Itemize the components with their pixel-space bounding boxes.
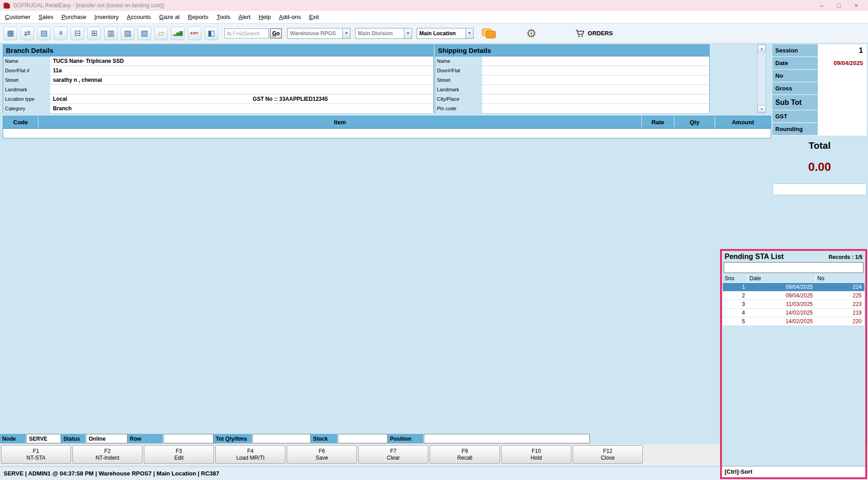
branch-field-category[interactable]: Branch: [50, 104, 433, 113]
total-value: 0.00: [773, 155, 867, 178]
menu-item-alert[interactable]: Alert: [234, 11, 255, 23]
branch-row-category: CategoryBranch: [3, 104, 433, 113]
pending-date-cell: 14/02/2025: [748, 309, 816, 317]
search-input[interactable]: [224, 28, 269, 38]
notebook-icon[interactable]: ▥: [104, 27, 118, 40]
go-button[interactable]: Go: [270, 28, 282, 38]
exit-icon[interactable]: EXIT: [188, 27, 201, 40]
summary-row-sub-tot: Sub Tot: [773, 95, 867, 110]
toolbar: ▦⇄▤‖‖⊟⊞▥▨▧▱▂▅▇EXIT◧ Go Warehouse RPOS▼Ma…: [0, 24, 868, 43]
pending-row-5[interactable]: 514/02/2025220: [723, 317, 864, 326]
pending-row-1[interactable]: 109/04/2025224: [723, 283, 864, 292]
pending-row-2[interactable]: 209/04/2025225: [723, 292, 864, 300]
status-tot-qty-input[interactable]: [252, 434, 311, 443]
fkey-f2[interactable]: F2NT-Indent: [72, 445, 142, 464]
summary-label-rounding: Rounding: [773, 123, 818, 135]
folder-icon[interactable]: ▱: [154, 27, 168, 40]
monitor-icon[interactable]: ◧: [204, 27, 218, 40]
menu-item-tools[interactable]: Tools: [213, 11, 234, 23]
summary-row-rounding: Rounding: [773, 123, 867, 136]
branch-row-landmark: Landmark: [3, 85, 433, 94]
status-stock-input[interactable]: [338, 434, 388, 443]
shipping-field-street[interactable]: [482, 75, 709, 85]
id-card-icon[interactable]: ▤: [37, 27, 51, 40]
branch-field-street[interactable]: sarathy n , chennai: [50, 75, 433, 85]
fkey-f1[interactable]: F1NT-STA: [1, 445, 71, 464]
branch-field-location-type[interactable]: Local: [50, 94, 433, 104]
scroll-up-icon[interactable]: ▲: [758, 45, 766, 52]
chevron-down-icon[interactable]: ▼: [342, 28, 350, 38]
branch-label-location-type: Location type: [3, 94, 50, 104]
currency-exchange-icon[interactable]: ⇄: [20, 27, 34, 40]
menu-item-gaze-at[interactable]: Gaze at: [155, 11, 184, 23]
chevron-down-icon[interactable]: ▼: [465, 28, 473, 38]
status-node-value[interactable]: SERVE: [26, 434, 61, 443]
journal-icon[interactable]: ▨: [121, 27, 134, 40]
details-scrollbar[interactable]: ▲ ▼: [757, 44, 766, 113]
division-select[interactable]: Main Division▼: [355, 28, 412, 39]
pending-search-input[interactable]: [724, 262, 863, 273]
fkey-key: F3: [175, 448, 182, 455]
pending-row-4[interactable]: 414/02/2025219: [723, 309, 864, 317]
status-position-input[interactable]: [424, 434, 590, 443]
print-preview-icon[interactable]: ⊞: [87, 27, 101, 40]
minimize-icon[interactable]: –: [820, 2, 824, 9]
menu-item-customer[interactable]: Customer: [1, 11, 34, 23]
scroll-down-icon[interactable]: ▼: [758, 105, 766, 113]
branch-row-street: Streetsarathy n , chennai: [3, 75, 433, 85]
chat-icon[interactable]: [482, 28, 495, 38]
status-status-label: Status: [61, 434, 86, 443]
pending-sno-cell: 1: [723, 283, 748, 291]
bookmark-icon[interactable]: ▧: [138, 27, 151, 40]
status-status-value[interactable]: Online: [86, 434, 128, 443]
menu-item-help[interactable]: Help: [255, 11, 275, 23]
calculator-icon[interactable]: ▦: [4, 27, 17, 40]
close-icon[interactable]: ×: [854, 2, 858, 9]
fkey-f7[interactable]: F7Clear: [358, 445, 428, 464]
pending-no-cell: 220: [816, 317, 864, 325]
shipping-label-name: Name: [435, 56, 482, 66]
barcode-icon[interactable]: ‖‖: [54, 27, 67, 40]
shipping-field-city-place[interactable]: [482, 94, 709, 104]
printer-icon[interactable]: ⊟: [71, 27, 84, 40]
shipping-field-name[interactable]: [482, 56, 709, 66]
menu-item-purchase[interactable]: Purchase: [57, 11, 90, 23]
fkey-f9[interactable]: F9Recall: [430, 445, 500, 464]
warehouse-select[interactable]: Warehouse RPOS▼: [287, 28, 351, 39]
branch-field-name[interactable]: TUCS Nane- Triplicane SSD: [50, 56, 433, 66]
fkey-label: Close: [601, 455, 615, 461]
menu-item-add-ons[interactable]: Add-ons: [275, 11, 305, 23]
maximize-icon[interactable]: □: [837, 2, 840, 9]
branch-field-door-flat[interactable]: 11a: [50, 66, 433, 75]
shipping-fields: NameDoor#/FlatStreetLandmarkCity/PlacePi…: [435, 56, 709, 113]
shipping-field-landmark[interactable]: [482, 85, 709, 94]
division-select-value: Main Division: [356, 30, 404, 37]
menu-item-sales[interactable]: Sales: [34, 11, 57, 23]
shipping-field-door-flat[interactable]: [482, 66, 709, 75]
orders-button[interactable]: ORDERS: [575, 29, 613, 38]
menu-item-inventory[interactable]: Inventory: [90, 11, 123, 23]
pending-row-3[interactable]: 311/03/2025223: [723, 300, 864, 309]
fkey-f12[interactable]: F12Close: [573, 445, 643, 464]
fkey-key: F10: [531, 448, 541, 455]
chart-icon[interactable]: ▂▅▇: [171, 27, 185, 40]
settings-gear-icon[interactable]: ⚙: [526, 28, 536, 39]
item-col-item: Item: [38, 116, 642, 128]
item-entry-row[interactable]: [3, 128, 771, 138]
fkey-label: Save: [316, 455, 328, 461]
menu-item-exit[interactable]: Exit: [305, 11, 323, 23]
branch-field-landmark[interactable]: [50, 85, 433, 94]
location-select[interactable]: Main Location▼: [417, 28, 474, 39]
status-row-input[interactable]: [163, 434, 213, 443]
chevron-down-icon[interactable]: ▼: [404, 28, 412, 38]
fkey-f4[interactable]: F4Load MR/TI: [215, 445, 285, 464]
fkey-f6[interactable]: F6Save: [287, 445, 357, 464]
fkey-f10[interactable]: F10Hold: [501, 445, 571, 464]
menu-item-reports[interactable]: Reports: [184, 11, 213, 23]
summary-value-sub-tot: [818, 95, 867, 110]
fkey-label: NT-STA: [27, 455, 46, 461]
menu-item-accounts[interactable]: Accounts: [123, 11, 155, 23]
fkey-f3[interactable]: F3Edit: [144, 445, 214, 464]
branch-fields: NameTUCS Nane- Triplicane SSDDoor/Flat #…: [3, 56, 433, 113]
shipping-field-pin-code[interactable]: [482, 104, 709, 113]
